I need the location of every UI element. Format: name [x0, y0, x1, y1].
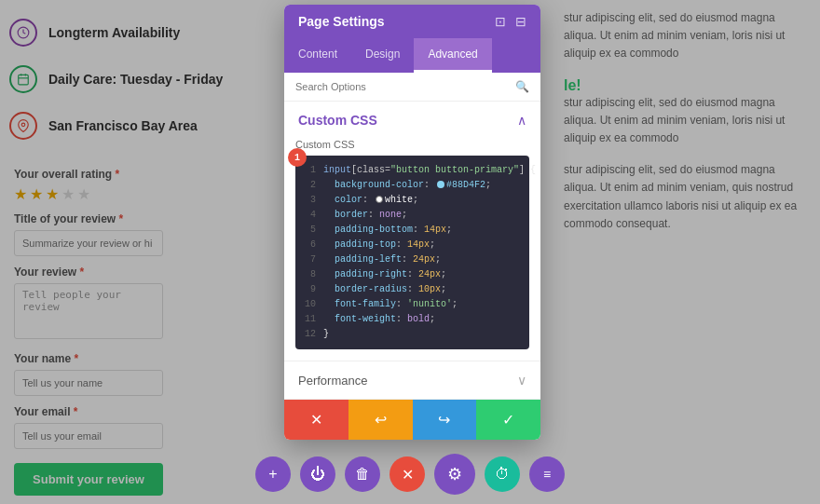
search-input[interactable]	[295, 81, 508, 92]
power-button[interactable]: ⏻	[300, 456, 335, 492]
close-button[interactable]: ✕	[390, 456, 425, 492]
code-line-11: 11 font-weight: bold;	[303, 312, 522, 327]
panel-body: Custom CSS ∧ Custom CSS 1 1 input[class=…	[284, 102, 540, 399]
panel-header: Page Settings ⊡ ⊟	[284, 5, 540, 38]
action-bar: ✕ ↩ ↪ ✓	[284, 399, 540, 440]
trash-button[interactable]: 🗑	[345, 456, 380, 492]
code-line-2: 2 background-color: #88D4F2;	[303, 178, 522, 193]
editor-badge: 1	[288, 148, 307, 167]
code-line-7: 7 padding-left: 24px;	[303, 252, 522, 267]
code-line-8: 8 padding-right: 24px;	[303, 267, 522, 282]
custom-css-title: Custom CSS	[298, 113, 377, 128]
tab-advanced[interactable]: Advanced	[414, 38, 491, 73]
custom-css-chevron-icon: ∧	[517, 113, 526, 128]
search-bar: 🔍	[284, 73, 540, 102]
page-settings-panel: Page Settings ⊡ ⊟ Content Design Advance…	[284, 5, 540, 440]
search-icon: 🔍	[515, 80, 529, 93]
code-line-5: 5 padding-bottom: 14px;	[303, 223, 522, 238]
panel-title: Page Settings	[298, 14, 385, 29]
code-line-12: 12 }	[303, 327, 522, 342]
cancel-button[interactable]: ✕	[284, 400, 348, 440]
redo-button[interactable]: ↪	[413, 400, 477, 440]
tab-design[interactable]: Design	[351, 38, 414, 73]
confirm-button[interactable]: ✓	[476, 400, 540, 440]
code-line-6: 6 padding-top: 14px;	[303, 238, 522, 252]
maximize-icon[interactable]: ⊡	[495, 14, 506, 29]
minimize-icon[interactable]: ⊟	[515, 14, 526, 29]
performance-section-header[interactable]: Performance ∨	[284, 361, 540, 399]
custom-css-content: Custom CSS 1 1 input[class="button butto…	[284, 139, 540, 361]
add-button[interactable]: +	[255, 456, 291, 492]
css-label: Custom CSS	[295, 139, 529, 150]
performance-title: Performance	[298, 374, 367, 388]
code-line-1: 1 input[class="button button-primary"] {	[303, 163, 522, 178]
bottom-toolbar: + ⏻ 🗑 ✕ ⚙ ⏱ ≡	[255, 454, 565, 495]
tab-content[interactable]: Content	[284, 38, 351, 73]
code-line-3: 3 color: white;	[303, 193, 522, 208]
code-editor[interactable]: 1 1 input[class="button button-primary"]…	[295, 156, 529, 349]
performance-chevron-icon: ∨	[517, 373, 526, 388]
undo-button[interactable]: ↩	[348, 400, 413, 440]
code-line-9: 9 border-radius: 10px;	[303, 282, 522, 297]
panel-tabs: Content Design Advanced	[284, 38, 540, 73]
menu-button[interactable]: ≡	[529, 456, 565, 492]
settings-button[interactable]: ⚙	[434, 454, 475, 495]
timer-button[interactable]: ⏱	[485, 456, 520, 492]
panel-header-icons: ⊡ ⊟	[495, 14, 526, 29]
custom-css-section-header[interactable]: Custom CSS ∧	[284, 102, 540, 139]
code-line-10: 10 font-family: 'nunito';	[303, 297, 522, 312]
code-line-4: 4 border: none;	[303, 208, 522, 223]
